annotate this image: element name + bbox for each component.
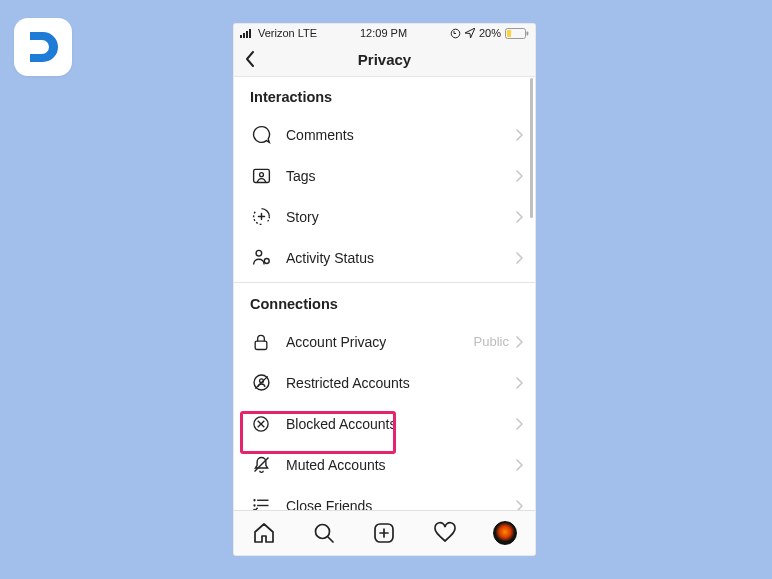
tab-search[interactable] — [302, 511, 346, 555]
svg-point-12 — [256, 250, 262, 256]
content-scroll[interactable]: Interactions Comments Tags Story — [234, 76, 535, 511]
chevron-right-icon — [515, 336, 523, 348]
signal-icon — [240, 29, 254, 38]
chevron-right-icon — [515, 252, 523, 264]
row-close-friends[interactable]: Close Friends — [234, 485, 535, 511]
location-icon — [465, 28, 475, 38]
phone-screen: Verizon LTE 12:09 PM 20% Privacy Intera — [234, 24, 535, 555]
tab-activity[interactable] — [423, 511, 467, 555]
back-button[interactable] — [244, 42, 268, 76]
svg-rect-3 — [249, 29, 251, 38]
activity-status-icon — [250, 247, 272, 269]
muted-icon — [250, 454, 272, 476]
nav-bar: Privacy — [234, 42, 535, 77]
svg-line-30 — [328, 537, 333, 542]
story-icon — [250, 206, 272, 228]
section-header-interactions: Interactions — [234, 76, 535, 114]
search-icon — [312, 521, 336, 545]
chevron-right-icon — [515, 377, 523, 389]
status-right: 20% — [450, 27, 529, 39]
row-blocked[interactable]: Blocked Accounts — [234, 403, 535, 444]
svg-point-24 — [253, 504, 255, 506]
row-activity-status[interactable]: Activity Status — [234, 237, 535, 278]
row-label: Blocked Accounts — [286, 416, 515, 432]
row-label: Activity Status — [286, 250, 515, 266]
battery-pct: 20% — [479, 27, 501, 39]
svg-rect-14 — [255, 341, 267, 349]
row-account-privacy[interactable]: Account Privacy Public — [234, 321, 535, 362]
home-icon — [252, 521, 276, 545]
letter-d-icon — [23, 27, 63, 67]
chevron-right-icon — [515, 129, 523, 141]
restricted-icon — [250, 372, 272, 394]
svg-rect-1 — [243, 33, 245, 38]
chevron-right-icon — [515, 170, 523, 182]
svg-rect-0 — [240, 35, 242, 38]
section-header-connections: Connections — [234, 283, 535, 321]
row-restricted[interactable]: Restricted Accounts — [234, 362, 535, 403]
chevron-right-icon — [515, 459, 523, 471]
status-left: Verizon LTE — [240, 27, 317, 39]
app-badge — [14, 18, 72, 76]
tags-icon — [250, 165, 272, 187]
svg-rect-6 — [526, 31, 528, 35]
heart-icon — [433, 521, 457, 545]
plus-square-icon — [372, 521, 396, 545]
row-meta: Public — [474, 334, 509, 349]
carrier-label: Verizon LTE — [258, 27, 317, 39]
svg-point-13 — [264, 259, 269, 264]
close-friends-icon — [250, 495, 272, 512]
chevron-right-icon — [515, 418, 523, 430]
page-title: Privacy — [358, 51, 411, 68]
row-comments[interactable]: Comments — [234, 114, 535, 155]
orientation-lock-icon — [450, 28, 461, 39]
row-label: Restricted Accounts — [286, 375, 515, 391]
row-label: Account Privacy — [286, 334, 474, 350]
tab-new-post[interactable] — [362, 511, 406, 555]
row-label: Comments — [286, 127, 515, 143]
tab-bar — [234, 510, 535, 555]
blocked-icon — [250, 413, 272, 435]
chevron-right-icon — [515, 211, 523, 223]
status-time: 12:09 PM — [360, 27, 407, 39]
row-label: Story — [286, 209, 515, 225]
lock-icon — [250, 331, 272, 353]
row-label: Tags — [286, 168, 515, 184]
svg-point-22 — [253, 499, 255, 501]
comment-icon — [250, 124, 272, 146]
chevron-left-icon — [244, 50, 256, 68]
tab-profile[interactable] — [483, 511, 527, 555]
row-label: Muted Accounts — [286, 457, 515, 473]
row-tags[interactable]: Tags — [234, 155, 535, 196]
row-story[interactable]: Story — [234, 196, 535, 237]
status-bar: Verizon LTE 12:09 PM 20% — [234, 24, 535, 42]
svg-rect-7 — [507, 30, 511, 37]
tab-home[interactable] — [242, 511, 286, 555]
svg-rect-2 — [246, 31, 248, 38]
row-muted[interactable]: Muted Accounts — [234, 444, 535, 485]
row-label: Close Friends — [286, 498, 515, 512]
profile-avatar-icon — [493, 521, 517, 545]
svg-point-9 — [259, 173, 263, 177]
battery-icon — [505, 28, 529, 39]
